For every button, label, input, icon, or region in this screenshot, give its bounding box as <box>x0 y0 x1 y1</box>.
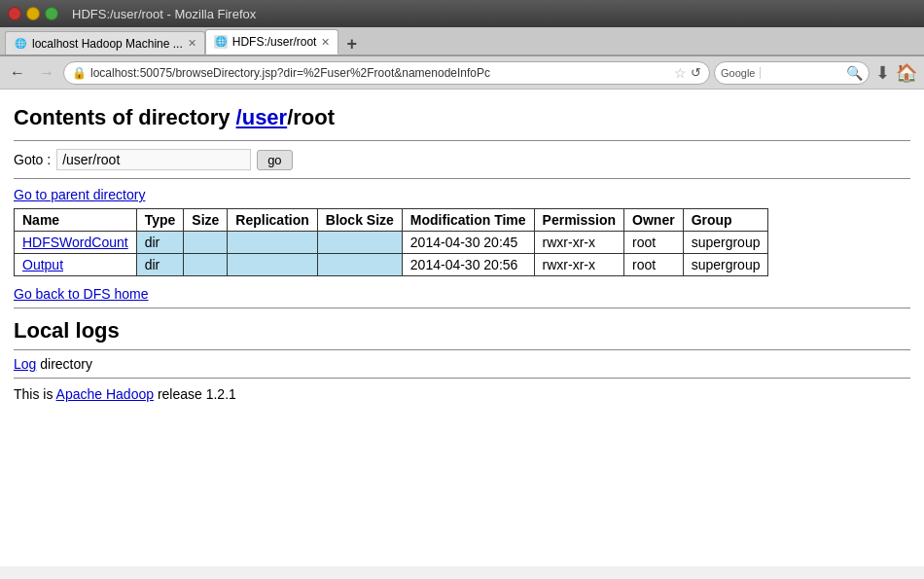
tab-hdfs[interactable]: 🌐 HDFS:/user/root ✕ <box>205 29 339 54</box>
nav-side-buttons: ⬇ 🏠 <box>873 60 919 86</box>
col-header-group: Group <box>683 209 768 232</box>
forward-button[interactable]: → <box>34 61 59 85</box>
tab-label-hdfs: HDFS:/user/root <box>232 35 317 49</box>
tab-favicon-hadoop: 🌐 <box>14 37 27 51</box>
log-row: Log directory <box>14 356 910 372</box>
tab-label-hadoop: localhost Hadoop Machine ... <box>32 37 183 51</box>
table-cell <box>317 254 402 276</box>
divider-1 <box>14 140 910 141</box>
search-bar[interactable]: Google 🔍 <box>714 61 870 85</box>
footer-pre: This is <box>14 386 56 402</box>
goto-input[interactable] <box>56 149 251 170</box>
table-cell: rwxr-xr-x <box>534 232 623 254</box>
new-tab-button[interactable]: + <box>342 34 361 54</box>
table-cell <box>317 232 402 254</box>
dir-link[interactable]: Output <box>22 257 63 272</box>
table-cell: root <box>624 232 684 254</box>
col-header-name: Name <box>15 209 137 232</box>
tabbar: 🌐 localhost Hadoop Machine ... ✕ 🌐 HDFS:… <box>0 27 924 56</box>
navbar: ← → 🔒 localhost:50075/browseDirectory.js… <box>0 56 924 90</box>
log-link[interactable]: Log <box>14 356 36 372</box>
window-titlebar: HDFS:/user/root - Mozilla Firefox <box>0 0 924 27</box>
table-cell <box>228 254 317 276</box>
divider-5 <box>14 378 910 379</box>
home-button[interactable]: 🏠 <box>894 60 919 86</box>
col-header-type: Type <box>136 209 184 232</box>
divider-2 <box>14 178 910 179</box>
table-cell <box>228 232 317 254</box>
tab-close-hadoop[interactable]: ✕ <box>188 37 196 50</box>
log-text-post: directory <box>36 356 92 372</box>
back-button[interactable]: ← <box>5 61 30 85</box>
table-cell: root <box>624 254 684 276</box>
col-header-modtime: Modification Time <box>402 209 534 232</box>
col-header-blocksize: Block Size <box>317 209 402 232</box>
page-heading: Contents of directory /user/root <box>14 105 910 130</box>
url-text: localhost:50075/browseDirectory.jsp?dir=… <box>90 66 670 80</box>
heading-suffix: /root <box>287 105 335 129</box>
table-cell: 2014-04-30 20:45 <box>402 232 534 254</box>
goto-button[interactable]: go <box>257 150 292 170</box>
footer-post: release 1.2.1 <box>154 386 236 402</box>
table-cell <box>184 254 228 276</box>
url-lock-icon: 🔒 <box>72 66 87 80</box>
apache-hadoop-link[interactable]: Apache Hadoop <box>56 386 154 402</box>
col-header-permission: Permission <box>534 209 623 232</box>
dfs-home-link[interactable]: Go back to DFS home <box>14 286 910 302</box>
url-bar[interactable]: 🔒 localhost:50075/browseDirectory.jsp?di… <box>63 61 710 85</box>
table-row: HDFSWordCountdir2014-04-30 20:45rwxr-xr-… <box>15 232 768 254</box>
maximize-button[interactable] <box>45 7 58 20</box>
dir-link[interactable]: HDFSWordCount <box>22 235 128 250</box>
divider-3 <box>14 308 910 308</box>
table-cell: dir <box>136 254 184 276</box>
window-title: HDFS:/user/root - Mozilla Firefox <box>72 7 256 21</box>
table-cell: rwxr-xr-x <box>534 254 623 276</box>
table-cell <box>184 232 228 254</box>
table-cell: supergroup <box>683 232 768 254</box>
col-header-owner: Owner <box>624 209 684 232</box>
directory-table: Name Type Size Replication Block Size Mo… <box>14 208 768 276</box>
search-engine-label: Google <box>721 67 761 79</box>
divider-4 <box>14 349 910 350</box>
table-cell[interactable]: Output <box>15 254 137 276</box>
window-controls <box>8 7 58 20</box>
url-refresh-icon[interactable]: ↺ <box>691 65 701 80</box>
tab-hadoop[interactable]: 🌐 localhost Hadoop Machine ... ✕ <box>5 31 205 54</box>
table-row: Outputdir2014-04-30 20:56rwxr-xr-xrootsu… <box>15 254 768 276</box>
search-go-icon[interactable]: 🔍 <box>846 65 863 81</box>
downloads-button[interactable]: ⬇ <box>873 60 892 86</box>
parent-directory-link[interactable]: Go to parent directory <box>14 187 910 202</box>
footer-text: This is Apache Hadoop release 1.2.1 <box>14 386 910 402</box>
col-header-replication: Replication <box>228 209 317 232</box>
table-cell[interactable]: HDFSWordCount <box>15 232 137 254</box>
heading-user-link[interactable]: /user <box>236 105 288 129</box>
goto-row: Goto : go <box>14 149 910 170</box>
table-cell: 2014-04-30 20:56 <box>402 254 534 276</box>
browser-content: Contents of directory /user/root Goto : … <box>0 90 924 566</box>
table-cell: supergroup <box>683 254 768 276</box>
tab-close-hdfs[interactable]: ✕ <box>321 36 330 49</box>
tab-favicon-hdfs: 🌐 <box>214 35 228 49</box>
minimize-button[interactable] <box>26 7 40 20</box>
url-star-icon[interactable]: ☆ <box>674 65 687 81</box>
table-header-row: Name Type Size Replication Block Size Mo… <box>15 209 768 232</box>
close-button[interactable] <box>8 7 21 20</box>
col-header-size: Size <box>184 209 228 232</box>
heading-prefix: Contents of directory <box>14 105 236 129</box>
goto-label: Goto : <box>14 152 51 167</box>
local-logs-heading: Local logs <box>14 318 910 344</box>
table-cell: dir <box>136 232 184 254</box>
